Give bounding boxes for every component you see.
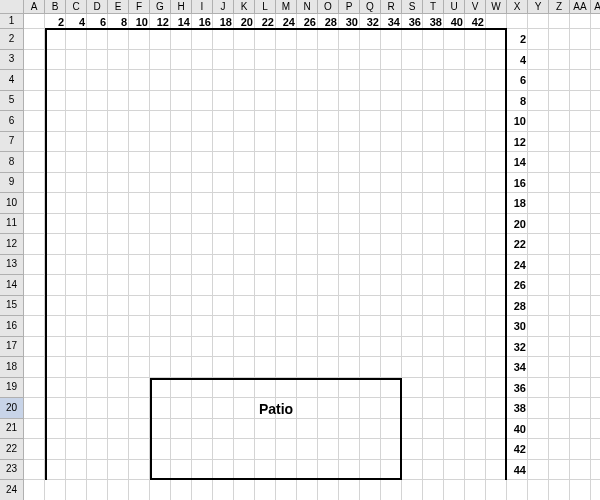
cell[interactable] (570, 316, 591, 337)
cell[interactable] (549, 152, 570, 173)
cell[interactable] (255, 193, 276, 214)
cell[interactable] (465, 460, 486, 481)
cell[interactable] (276, 296, 297, 317)
cell[interactable] (255, 132, 276, 153)
cell[interactable] (213, 111, 234, 132)
cell[interactable] (339, 460, 360, 481)
cell[interactable] (423, 337, 444, 358)
cell[interactable] (108, 234, 129, 255)
cell[interactable] (528, 357, 549, 378)
axis-top-value[interactable]: 32 (360, 14, 381, 29)
cell[interactable] (150, 91, 171, 112)
cell[interactable] (549, 378, 570, 399)
cell[interactable] (129, 214, 150, 235)
cell[interactable] (24, 152, 45, 173)
cell[interactable] (129, 132, 150, 153)
column-header[interactable]: L (255, 0, 276, 14)
cell[interactable] (24, 193, 45, 214)
cell[interactable] (213, 70, 234, 91)
cell[interactable] (150, 296, 171, 317)
axis-top-value[interactable]: 30 (339, 14, 360, 29)
cell[interactable] (381, 275, 402, 296)
cell[interactable] (444, 275, 465, 296)
axis-right-value[interactable]: 34 (507, 357, 528, 378)
cell[interactable] (45, 152, 66, 173)
cell[interactable] (297, 419, 318, 440)
axis-right-value[interactable]: 42 (507, 439, 528, 460)
cell[interactable] (507, 14, 528, 29)
cell[interactable] (192, 173, 213, 194)
cell[interactable] (87, 357, 108, 378)
cell[interactable] (108, 193, 129, 214)
cell[interactable] (465, 398, 486, 419)
cell[interactable] (192, 275, 213, 296)
cell[interactable] (297, 91, 318, 112)
cell[interactable] (339, 214, 360, 235)
axis-top-value[interactable]: 34 (381, 14, 402, 29)
cell[interactable] (108, 91, 129, 112)
row-header[interactable]: 10 (0, 193, 24, 214)
cell[interactable] (549, 480, 570, 500)
row-header[interactable]: 4 (0, 70, 24, 91)
cell[interactable] (276, 50, 297, 71)
cell[interactable] (66, 193, 87, 214)
cell[interactable] (129, 378, 150, 399)
cell[interactable] (318, 337, 339, 358)
cell[interactable] (129, 91, 150, 112)
column-header[interactable]: C (66, 0, 87, 14)
cell[interactable] (129, 296, 150, 317)
cell[interactable] (129, 480, 150, 500)
axis-right-value[interactable]: 40 (507, 419, 528, 440)
cell[interactable] (528, 296, 549, 317)
cell[interactable] (192, 234, 213, 255)
cell[interactable] (24, 214, 45, 235)
cell[interactable] (129, 152, 150, 173)
cell[interactable] (318, 91, 339, 112)
cell[interactable] (360, 296, 381, 317)
cell[interactable] (234, 173, 255, 194)
cell[interactable] (549, 14, 570, 29)
cell[interactable] (465, 214, 486, 235)
cell[interactable] (24, 460, 45, 481)
cell[interactable] (528, 460, 549, 481)
cell[interactable] (528, 275, 549, 296)
cell[interactable] (234, 316, 255, 337)
cell[interactable] (66, 91, 87, 112)
cell[interactable] (150, 70, 171, 91)
cell[interactable] (213, 255, 234, 276)
cell[interactable] (45, 255, 66, 276)
row-header[interactable]: 11 (0, 214, 24, 235)
cell[interactable] (465, 255, 486, 276)
cell[interactable] (591, 460, 600, 481)
column-header[interactable]: V (465, 0, 486, 14)
cell[interactable] (444, 316, 465, 337)
cell[interactable] (213, 29, 234, 50)
cell[interactable] (528, 214, 549, 235)
cell[interactable] (423, 152, 444, 173)
cell[interactable] (255, 275, 276, 296)
column-header[interactable]: T (423, 0, 444, 14)
cell[interactable] (108, 70, 129, 91)
cell[interactable] (549, 439, 570, 460)
cell[interactable] (444, 460, 465, 481)
cell[interactable] (66, 132, 87, 153)
cell[interactable] (171, 480, 192, 500)
cell[interactable] (255, 173, 276, 194)
cell[interactable] (360, 193, 381, 214)
cell[interactable] (591, 14, 600, 29)
column-header[interactable]: U (444, 0, 465, 14)
cell[interactable] (276, 91, 297, 112)
cell[interactable] (402, 357, 423, 378)
cell[interactable] (213, 480, 234, 500)
cell[interactable] (276, 275, 297, 296)
cell[interactable] (87, 234, 108, 255)
cell[interactable] (171, 70, 192, 91)
cell[interactable] (318, 419, 339, 440)
cell[interactable] (381, 70, 402, 91)
cell[interactable] (171, 234, 192, 255)
row-header[interactable]: 21 (0, 419, 24, 440)
cell[interactable] (255, 419, 276, 440)
cell[interactable] (402, 255, 423, 276)
cell[interactable] (423, 255, 444, 276)
cell[interactable] (318, 275, 339, 296)
